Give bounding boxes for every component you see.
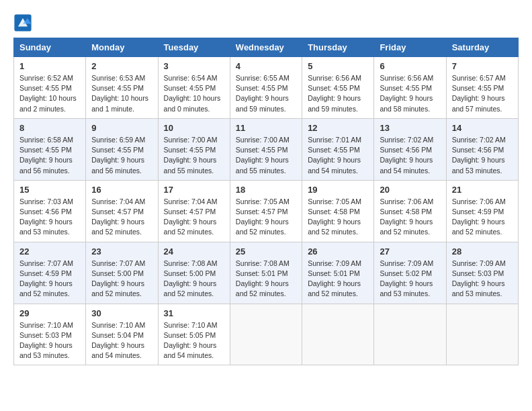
column-header-wednesday: Wednesday	[230, 38, 302, 57]
day-number: 5	[308, 61, 368, 71]
calendar-week-row: 1 Sunrise: 6:52 AM Sunset: 4:55 PM Dayli…	[14, 57, 519, 119]
day-number: 11	[236, 123, 296, 133]
day-number: 23	[91, 246, 152, 257]
day-detail: Sunrise: 7:04 AM Sunset: 4:57 PM Dayligh…	[164, 197, 224, 238]
day-number: 13	[380, 123, 440, 133]
day-number: 17	[164, 185, 224, 195]
day-detail: Sunrise: 7:08 AM Sunset: 5:01 PM Dayligh…	[236, 259, 296, 300]
column-header-thursday: Thursday	[302, 38, 374, 57]
day-detail: Sunrise: 7:09 AM Sunset: 5:02 PM Dayligh…	[380, 259, 440, 300]
calendar-cell	[446, 304, 518, 365]
calendar-header-row: SundayMondayTuesdayWednesdayThursdayFrid…	[14, 38, 519, 57]
day-detail: Sunrise: 7:10 AM Sunset: 5:05 PM Dayligh…	[164, 320, 224, 361]
calendar-cell: 21 Sunrise: 7:06 AM Sunset: 4:59 PM Dayl…	[446, 180, 518, 242]
day-detail: Sunrise: 7:08 AM Sunset: 5:00 PM Dayligh…	[164, 259, 224, 300]
calendar-cell: 6 Sunrise: 6:56 AM Sunset: 4:55 PM Dayli…	[374, 57, 446, 119]
calendar-cell: 9 Sunrise: 6:59 AM Sunset: 4:55 PM Dayli…	[86, 118, 158, 180]
calendar-cell: 23 Sunrise: 7:07 AM Sunset: 5:00 PM Dayl…	[86, 242, 158, 304]
day-detail: Sunrise: 7:01 AM Sunset: 4:55 PM Dayligh…	[308, 135, 368, 176]
day-detail: Sunrise: 6:57 AM Sunset: 4:55 PM Dayligh…	[452, 73, 513, 114]
calendar-cell: 26 Sunrise: 7:09 AM Sunset: 5:01 PM Dayl…	[302, 242, 374, 304]
calendar-cell: 7 Sunrise: 6:57 AM Sunset: 4:55 PM Dayli…	[446, 57, 518, 119]
calendar-week-row: 29 Sunrise: 7:10 AM Sunset: 5:03 PM Dayl…	[14, 304, 519, 365]
day-detail: Sunrise: 7:03 AM Sunset: 4:56 PM Dayligh…	[19, 197, 80, 238]
day-detail: Sunrise: 7:07 AM Sunset: 5:00 PM Dayligh…	[91, 259, 152, 300]
calendar-cell	[302, 304, 374, 365]
day-detail: Sunrise: 6:53 AM Sunset: 4:55 PM Dayligh…	[91, 73, 152, 114]
calendar-cell: 25 Sunrise: 7:08 AM Sunset: 5:01 PM Dayl…	[230, 242, 302, 304]
day-number: 19	[308, 185, 368, 195]
calendar-cell: 30 Sunrise: 7:10 AM Sunset: 5:04 PM Dayl…	[86, 304, 158, 365]
day-number: 30	[91, 308, 152, 318]
day-detail: Sunrise: 7:02 AM Sunset: 4:56 PM Dayligh…	[452, 135, 513, 176]
day-detail: Sunrise: 7:00 AM Sunset: 4:55 PM Dayligh…	[236, 135, 296, 176]
day-number: 27	[380, 246, 440, 257]
calendar-cell: 12 Sunrise: 7:01 AM Sunset: 4:55 PM Dayl…	[302, 118, 374, 180]
calendar-cell	[230, 304, 302, 365]
day-detail: Sunrise: 7:04 AM Sunset: 4:57 PM Dayligh…	[91, 197, 152, 238]
day-number: 16	[91, 185, 152, 195]
day-number: 25	[236, 246, 296, 257]
day-detail: Sunrise: 6:55 AM Sunset: 4:55 PM Dayligh…	[236, 73, 296, 114]
day-number: 15	[19, 185, 80, 195]
day-number: 4	[236, 61, 296, 71]
calendar-cell: 13 Sunrise: 7:02 AM Sunset: 4:56 PM Dayl…	[374, 118, 446, 180]
calendar-cell: 27 Sunrise: 7:09 AM Sunset: 5:02 PM Dayl…	[374, 242, 446, 304]
calendar-cell: 4 Sunrise: 6:55 AM Sunset: 4:55 PM Dayli…	[230, 57, 302, 119]
day-number: 2	[91, 61, 152, 71]
day-detail: Sunrise: 7:10 AM Sunset: 5:03 PM Dayligh…	[19, 320, 80, 361]
calendar-cell: 22 Sunrise: 7:07 AM Sunset: 4:59 PM Dayl…	[14, 242, 86, 304]
column-header-tuesday: Tuesday	[158, 38, 230, 57]
day-number: 10	[164, 123, 224, 133]
day-detail: Sunrise: 6:56 AM Sunset: 4:55 PM Dayligh…	[308, 73, 368, 114]
calendar-cell: 2 Sunrise: 6:53 AM Sunset: 4:55 PM Dayli…	[86, 57, 158, 119]
calendar-cell	[374, 304, 446, 365]
day-detail: Sunrise: 6:59 AM Sunset: 4:55 PM Dayligh…	[91, 135, 152, 176]
day-number: 14	[452, 123, 513, 133]
calendar-table: SundayMondayTuesdayWednesdayThursdayFrid…	[13, 38, 519, 365]
calendar-cell: 18 Sunrise: 7:05 AM Sunset: 4:57 PM Dayl…	[230, 180, 302, 242]
calendar-cell: 10 Sunrise: 7:00 AM Sunset: 4:55 PM Dayl…	[158, 118, 230, 180]
day-detail: Sunrise: 7:09 AM Sunset: 5:01 PM Dayligh…	[308, 259, 368, 300]
day-number: 9	[91, 123, 152, 133]
day-detail: Sunrise: 7:06 AM Sunset: 4:59 PM Dayligh…	[452, 197, 513, 238]
day-detail: Sunrise: 7:05 AM Sunset: 4:57 PM Dayligh…	[236, 197, 296, 238]
calendar-week-row: 15 Sunrise: 7:03 AM Sunset: 4:56 PM Dayl…	[14, 180, 519, 242]
calendar-cell: 17 Sunrise: 7:04 AM Sunset: 4:57 PM Dayl…	[158, 180, 230, 242]
day-number: 12	[308, 123, 368, 133]
logo-icon	[13, 13, 32, 32]
day-detail: Sunrise: 6:56 AM Sunset: 4:55 PM Dayligh…	[380, 73, 440, 114]
calendar-cell: 31 Sunrise: 7:10 AM Sunset: 5:05 PM Dayl…	[158, 304, 230, 365]
day-number: 31	[164, 308, 224, 318]
calendar-cell: 8 Sunrise: 6:58 AM Sunset: 4:55 PM Dayli…	[14, 118, 86, 180]
page-header	[13, 13, 519, 32]
day-number: 18	[236, 185, 296, 195]
day-detail: Sunrise: 7:09 AM Sunset: 5:03 PM Dayligh…	[452, 259, 513, 300]
day-detail: Sunrise: 7:07 AM Sunset: 4:59 PM Dayligh…	[19, 259, 80, 300]
calendar-cell: 29 Sunrise: 7:10 AM Sunset: 5:03 PM Dayl…	[14, 304, 86, 365]
day-detail: Sunrise: 6:54 AM Sunset: 4:55 PM Dayligh…	[164, 73, 224, 114]
day-detail: Sunrise: 7:02 AM Sunset: 4:56 PM Dayligh…	[380, 135, 440, 176]
calendar-cell: 3 Sunrise: 6:54 AM Sunset: 4:55 PM Dayli…	[158, 57, 230, 119]
logo	[13, 13, 34, 32]
day-number: 3	[164, 61, 224, 71]
calendar-cell: 14 Sunrise: 7:02 AM Sunset: 4:56 PM Dayl…	[446, 118, 518, 180]
calendar-cell: 20 Sunrise: 7:06 AM Sunset: 4:58 PM Dayl…	[374, 180, 446, 242]
day-detail: Sunrise: 7:05 AM Sunset: 4:58 PM Dayligh…	[308, 197, 368, 238]
day-number: 6	[380, 61, 440, 71]
calendar-week-row: 22 Sunrise: 7:07 AM Sunset: 4:59 PM Dayl…	[14, 242, 519, 304]
day-number: 7	[452, 61, 513, 71]
column-header-saturday: Saturday	[446, 38, 518, 57]
day-number: 28	[452, 246, 513, 257]
calendar-cell: 15 Sunrise: 7:03 AM Sunset: 4:56 PM Dayl…	[14, 180, 86, 242]
calendar-cell: 28 Sunrise: 7:09 AM Sunset: 5:03 PM Dayl…	[446, 242, 518, 304]
calendar-cell: 1 Sunrise: 6:52 AM Sunset: 4:55 PM Dayli…	[14, 57, 86, 119]
day-number: 1	[19, 61, 80, 71]
day-number: 8	[19, 123, 80, 133]
column-header-friday: Friday	[374, 38, 446, 57]
column-header-monday: Monday	[86, 38, 158, 57]
day-detail: Sunrise: 7:10 AM Sunset: 5:04 PM Dayligh…	[91, 320, 152, 361]
day-detail: Sunrise: 6:52 AM Sunset: 4:55 PM Dayligh…	[19, 73, 80, 114]
calendar-week-row: 8 Sunrise: 6:58 AM Sunset: 4:55 PM Dayli…	[14, 118, 519, 180]
calendar-cell: 19 Sunrise: 7:05 AM Sunset: 4:58 PM Dayl…	[302, 180, 374, 242]
